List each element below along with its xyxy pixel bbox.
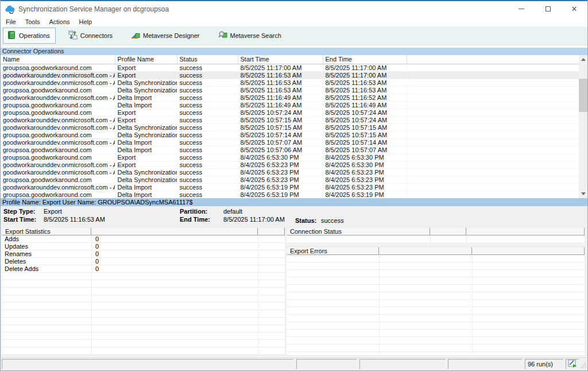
- connection-status-column-2[interactable]: [430, 227, 466, 235]
- export-errors-column-2[interactable]: [379, 247, 472, 255]
- cell-status: success: [177, 168, 238, 176]
- run-profile-button[interactable]: [566, 359, 579, 369]
- operations-row[interactable]: groupsoa.goodworkaround.com Delta Synchr…: [1, 176, 579, 183]
- operations-row[interactable]: groupsoa.goodworkaround.com Export succe…: [1, 153, 579, 161]
- cell-status: success: [177, 71, 238, 79]
- export-statistics-empty-area: [2, 273, 285, 355]
- toolbar-button-label: Operations: [19, 32, 50, 39]
- operations-row[interactable]: goodworkarounddev.onmicrosoft.com - A...…: [1, 79, 579, 86]
- cell-filler: [407, 191, 579, 198]
- export-errors-header: Export Errors: [287, 247, 585, 255]
- operations-table: Name Profile Name Status Start Time End …: [1, 55, 579, 198]
- cell-start-time: 8/5/2025 11:16:49 AM: [238, 94, 323, 101]
- cell-end-time: 8/4/2025 6:53:23 PM: [323, 183, 407, 191]
- menu-file[interactable]: File: [2, 17, 21, 26]
- cell-status: success: [177, 161, 238, 168]
- cell-end-time: 8/5/2025 10:57:24 AM: [323, 109, 407, 116]
- column-header-profile-name[interactable]: Profile Name: [115, 55, 177, 64]
- export-statistic-row[interactable]: Renames 0: [2, 250, 285, 258]
- menu-help[interactable]: Help: [75, 17, 98, 26]
- operations-row[interactable]: goodworkarounddev.onmicrosoft.com - A...…: [1, 183, 579, 191]
- export-statistic-row[interactable]: Adds 0: [2, 235, 285, 243]
- operations-listview: Name Profile Name Status Start Time End …: [1, 55, 587, 198]
- cell-profile-name: Export: [115, 116, 177, 123]
- resize-grip[interactable]: [579, 361, 587, 370]
- cell-filler: [407, 71, 579, 79]
- menubar: File Tools Actions Help: [1, 17, 587, 26]
- cell-name: groupsoa.goodworkaround.com: [1, 176, 115, 183]
- statistic-value: 0: [91, 258, 285, 265]
- export-statistic-row[interactable]: Deletes 0: [2, 258, 285, 265]
- toolbar-connectors-button[interactable]: Connectors: [64, 28, 118, 44]
- end-time-label: End Time:: [180, 216, 210, 223]
- cell-filler: [407, 161, 579, 168]
- operations-row[interactable]: groupsoa.goodworkaround.com Delta Synchr…: [1, 86, 579, 94]
- start-time-value: 8/5/2025 11:16:53 AM: [44, 216, 105, 223]
- cell-profile-name: Delta Synchronization: [115, 176, 177, 183]
- statistic-value: 0: [91, 243, 285, 250]
- column-header-status[interactable]: Status: [177, 55, 238, 64]
- cell-profile-name: Delta Import: [115, 94, 177, 101]
- column-header-name[interactable]: Name: [1, 55, 115, 64]
- operations-row[interactable]: goodworkarounddev.onmicrosoft.com - A...…: [1, 138, 579, 146]
- operations-row[interactable]: groupsoa.goodworkaround.com Delta Import…: [1, 191, 579, 198]
- statistic-label: Adds: [2, 235, 91, 242]
- gridline: [472, 255, 473, 355]
- export-statistics-value-column[interactable]: [91, 227, 258, 235]
- export-statistics-title[interactable]: Export Statistics: [2, 227, 91, 235]
- toolbar-operations-button[interactable]: Operations: [3, 28, 56, 44]
- export-errors-pane: Export Errors: [287, 247, 585, 355]
- selected-run-header: Profile Name: Export User Name: GROUPSOA…: [1, 198, 587, 206]
- operations-row[interactable]: groupsoa.goodworkaround.com Delta Import…: [1, 146, 579, 153]
- vertical-scrollbar[interactable]: [579, 55, 587, 198]
- toolbar-metaverse-designer-button[interactable]: Metaverse Designer: [127, 28, 205, 44]
- titlebar[interactable]: Synchronization Service Manager on dcgro…: [1, 1, 587, 17]
- status-label: Status:: [295, 217, 316, 224]
- cell-profile-name: Delta Import: [115, 101, 177, 109]
- operations-row[interactable]: groupsoa.goodworkaround.com Export succe…: [1, 109, 579, 116]
- cell-profile-name: Delta Synchronization: [115, 86, 177, 94]
- operations-row[interactable]: goodworkarounddev.onmicrosoft.com - A...…: [1, 168, 579, 176]
- cell-name: groupsoa.goodworkaround.com: [1, 86, 115, 94]
- operations-row[interactable]: groupsoa.goodworkaround.com Delta Synchr…: [1, 131, 579, 138]
- export-statistic-row[interactable]: Updates 0: [2, 243, 285, 250]
- connection-status-empty-row: [287, 235, 585, 244]
- menu-actions[interactable]: Actions: [45, 17, 75, 26]
- cell-start-time: 8/4/2025 6:53:19 PM: [238, 183, 323, 191]
- export-statistic-row[interactable]: Delete Adds 0: [2, 265, 285, 273]
- menu-tools[interactable]: Tools: [21, 17, 45, 26]
- maximize-button[interactable]: [535, 1, 561, 17]
- cell-filler: [407, 146, 579, 153]
- operations-header-row: Name Profile Name Status Start Time End …: [1, 55, 579, 64]
- operations-row[interactable]: goodworkarounddev.onmicrosoft.com - A...…: [1, 71, 579, 79]
- operations-row[interactable]: goodworkarounddev.onmicrosoft.com - A...…: [1, 161, 579, 168]
- toolbar-metaverse-search-button[interactable]: Metaverse Search: [214, 28, 287, 44]
- close-button[interactable]: ✕: [561, 1, 587, 17]
- operations-row[interactable]: groupsoa.goodworkaround.com Export succe…: [1, 64, 579, 71]
- operations-row[interactable]: goodworkarounddev.onmicrosoft.com - A...…: [1, 94, 579, 101]
- step-type-label: Step Type:: [3, 208, 35, 215]
- cell-end-time: 8/5/2025 11:16:52 AM: [323, 94, 407, 101]
- window-controls: ✕: [508, 1, 587, 17]
- cell-status: success: [177, 183, 238, 191]
- cell-status: success: [177, 123, 238, 131]
- cell-status: success: [177, 146, 238, 153]
- scroll-down-button[interactable]: [579, 190, 587, 198]
- cell-end-time: 8/5/2025 10:57:24 AM: [323, 116, 407, 123]
- connection-status-title[interactable]: Connection Status: [287, 227, 430, 235]
- minimize-button[interactable]: [508, 1, 535, 17]
- operations-row[interactable]: goodworkarounddev.onmicrosoft.com - A...…: [1, 123, 579, 131]
- operations-row[interactable]: groupsoa.goodworkaround.com Delta Import…: [1, 101, 579, 109]
- column-header-end-time[interactable]: End Time: [323, 55, 407, 64]
- connection-status-column-3: [466, 227, 585, 235]
- column-header-filler: [407, 55, 579, 64]
- statistic-value: 0: [91, 265, 285, 272]
- operations-row[interactable]: goodworkarounddev.onmicrosoft.com - A...…: [1, 116, 579, 123]
- scrollbar-thumb[interactable]: [579, 79, 587, 112]
- cell-profile-name: Delta Synchronization: [115, 79, 177, 86]
- cell-filler: [407, 131, 579, 138]
- column-header-start-time[interactable]: Start Time: [238, 55, 323, 64]
- toolbar: Operations Connectors: [1, 26, 587, 45]
- export-errors-title[interactable]: Export Errors: [287, 247, 379, 255]
- scroll-up-button[interactable]: [579, 55, 587, 64]
